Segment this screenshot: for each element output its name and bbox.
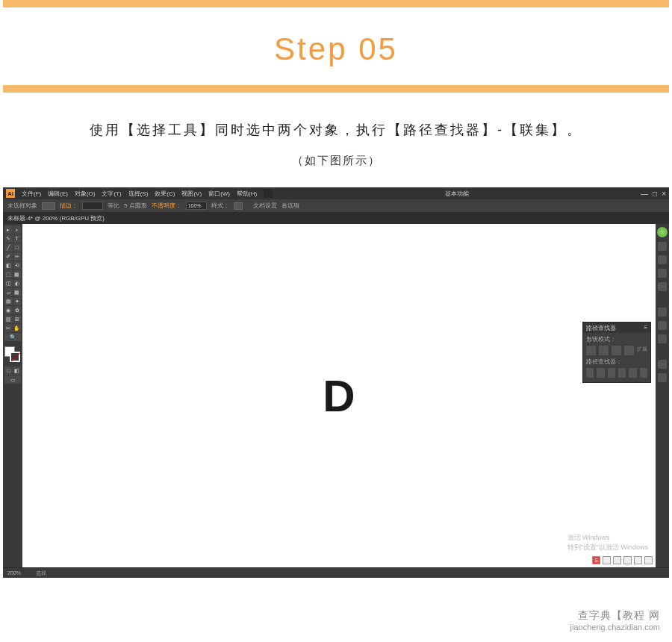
draw-mode-normal[interactable]: □ <box>4 367 13 375</box>
stroke-color-icon[interactable] <box>10 352 20 362</box>
unite-button[interactable] <box>586 346 596 355</box>
shape-modes-label: 形状模式： <box>586 335 647 343</box>
tool-eyedropper[interactable]: ✦ <box>13 297 22 305</box>
tool-symbol[interactable]: ✿ <box>13 306 22 314</box>
canvas[interactable]: D 激活 Windows 转到"设置"以激活 Windows S <box>22 224 656 567</box>
tool-slice[interactable]: ✂ <box>4 324 13 332</box>
tool-free-transform[interactable]: ◫ <box>4 279 13 287</box>
opacity-input[interactable] <box>186 202 207 210</box>
maximize-button[interactable]: □ <box>653 190 657 198</box>
tool-blend[interactable]: ◉ <box>4 306 13 314</box>
libraries-icon[interactable] <box>657 227 668 237</box>
tool-rotate[interactable]: ⟲ <box>13 261 22 269</box>
menu-file[interactable]: 文件(F) <box>22 190 41 198</box>
instruction-sub: （如下图所示） <box>0 154 672 168</box>
tool-artboard[interactable]: ⊞ <box>13 315 22 323</box>
style-swatch[interactable] <box>234 202 243 210</box>
appearance-panel-icon[interactable] <box>658 360 667 369</box>
tool-direct-selection[interactable]: ▹ <box>13 225 22 234</box>
preferences-button[interactable]: 首选项 <box>281 202 299 210</box>
systray-icon-2[interactable] <box>613 556 621 564</box>
tool-line[interactable]: ╱ <box>4 243 13 252</box>
bottom-orange-bar <box>3 85 669 93</box>
outline-button[interactable] <box>629 368 636 378</box>
systray-icon-3[interactable] <box>623 556 632 564</box>
menu-effect[interactable]: 效果(C) <box>155 190 175 198</box>
tool-gradient[interactable]: ▤ <box>4 297 13 305</box>
watermark-url: jiaocheng.chazidian.com <box>570 623 660 632</box>
tool-zoom[interactable]: 🔍 <box>4 333 21 341</box>
layers-panel-icon[interactable] <box>658 373 667 382</box>
minus-back-button[interactable] <box>640 368 647 378</box>
document-tab[interactable]: 未标题-4* @ 200% (RGB/GPU 预览) <box>7 214 105 222</box>
tool-pencil[interactable]: ✏ <box>13 252 22 261</box>
crop-button[interactable] <box>618 368 626 378</box>
menu-help[interactable]: 帮助(H) <box>237 190 257 198</box>
systray-icon-5[interactable] <box>644 556 653 564</box>
brush-label[interactable]: 5 点圆形 <box>124 202 147 210</box>
status-bar: 200% 选择 <box>3 567 669 578</box>
style-label: 样式： <box>211 202 229 210</box>
minus-front-button[interactable] <box>599 346 609 355</box>
divide-button[interactable] <box>586 368 594 378</box>
menu-edit[interactable]: 编辑(E) <box>48 190 68 198</box>
options-bar: 未选择对象 描边： 等比 5 点圆形 不透明度： 样式： 文档设置 首选项 <box>3 199 669 213</box>
menu-type[interactable]: 文字(T) <box>102 190 121 198</box>
no-selection-label: 未选择对象 <box>7 202 37 210</box>
systray-icon-s[interactable]: S <box>592 556 600 564</box>
transparency-panel-icon[interactable] <box>658 334 667 343</box>
tool-hand[interactable]: ✋ <box>13 324 22 332</box>
tool-perspective[interactable]: ▱ <box>4 288 13 296</box>
tool-type[interactable]: T <box>13 234 22 243</box>
watermark-line2: 转到"设置"以激活 Windows <box>567 543 648 552</box>
tool-brush[interactable]: ✐ <box>4 252 13 261</box>
pathfinder-panel-header[interactable]: 路径查找器 ≡ <box>583 322 650 333</box>
shape-modes-section: 形状模式： 扩展 路径查找器： <box>583 333 650 382</box>
draw-mode-behind[interactable]: ◧ <box>13 367 22 375</box>
screen-mode[interactable]: ▭ <box>4 375 21 384</box>
pathfinder-panel[interactable]: 路径查找器 ≡ 形状模式： 扩展 路径查找器： <box>582 322 651 383</box>
swatches-panel-icon[interactable] <box>658 255 667 264</box>
menu-view[interactable]: 视图(V) <box>181 190 202 198</box>
tool-width[interactable]: ▦ <box>13 270 22 278</box>
color-panel-icon[interactable] <box>658 242 667 251</box>
systray-icon-4[interactable] <box>634 556 642 564</box>
instruction-main: 使用【选择工具】同时选中两个对象，执行【路径查找器】-【联集】。 <box>0 121 672 139</box>
watermark-main: 查字典【教程 网 <box>570 609 660 623</box>
close-button[interactable]: × <box>662 190 666 198</box>
menu-select[interactable]: 选择(S) <box>128 190 149 198</box>
tool-eraser[interactable]: ◧ <box>4 261 13 269</box>
watermark-line1: 激活 Windows <box>567 533 648 543</box>
minimize-button[interactable]: — <box>641 190 648 198</box>
stroke-panel-icon[interactable] <box>658 308 667 317</box>
expand-button[interactable]: 扩展 <box>637 346 647 355</box>
zoom-level[interactable]: 200% <box>7 570 21 576</box>
doc-setup-button[interactable]: 文档设置 <box>253 202 277 210</box>
tool-shape-builder[interactable]: ◐ <box>13 279 22 287</box>
fill-swatch[interactable] <box>42 202 55 210</box>
bridge-icon[interactable] <box>264 189 273 198</box>
symbols-panel-icon[interactable] <box>658 282 667 291</box>
tool-selection[interactable]: ▸ <box>4 225 13 234</box>
menu-window[interactable]: 窗口(W) <box>208 190 230 198</box>
menu-object[interactable]: 对象(O) <box>75 190 96 198</box>
instruction-area: 使用【选择工具】同时选中两个对象，执行【路径查找器】-【联集】。 （如下图所示） <box>0 93 672 178</box>
intersect-button[interactable] <box>612 346 621 355</box>
right-panel-dock <box>656 224 669 567</box>
stroke-weight-input[interactable] <box>82 202 103 210</box>
tool-rectangle[interactable]: □ <box>13 243 22 252</box>
fill-stroke-indicator[interactable] <box>4 346 21 363</box>
exclude-button[interactable] <box>624 346 634 355</box>
workspace-switcher[interactable]: 基本功能 <box>445 190 469 198</box>
tool-pen[interactable]: ✎ <box>4 234 13 243</box>
tool-mesh[interactable]: ▦ <box>13 288 22 296</box>
trim-button[interactable] <box>597 368 604 378</box>
brushes-panel-icon[interactable] <box>658 269 667 278</box>
systray-icon-1[interactable] <box>603 556 611 564</box>
tool-graph[interactable]: ▥ <box>4 315 13 323</box>
merge-button[interactable] <box>608 368 615 378</box>
gradient-panel-icon[interactable] <box>658 321 667 330</box>
tool-scale[interactable]: ⬚ <box>4 270 13 278</box>
panel-menu-icon[interactable]: ≡ <box>644 324 647 331</box>
pathfinders-label: 路径查找器： <box>586 358 647 366</box>
